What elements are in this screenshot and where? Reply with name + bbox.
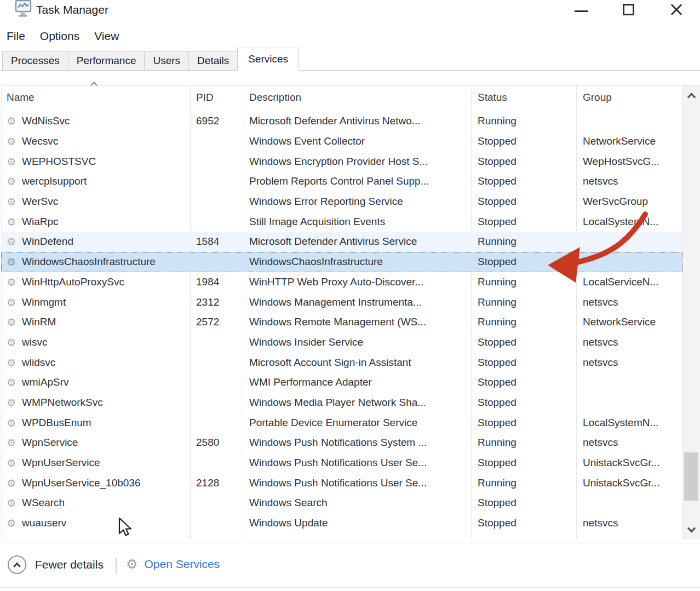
service-group: WerSvcGroup [583,196,648,208]
service-pid: 6952 [196,115,219,127]
column-header-description[interactable]: Description [249,91,301,104]
service-gear-icon: ⚙ [7,156,16,168]
service-description: Portable Device Enumerator Service [249,417,417,429]
service-gear-icon: ⚙ [7,417,16,429]
maximize-icon [623,4,634,15]
service-status: Stopped [478,135,517,147]
service-group: netsvcs [583,175,618,187]
service-row[interactable]: ⚙ wmiApSrv WMI Performance Adapter Stopp… [1,372,682,393]
scroll-down-button[interactable] [683,522,700,537]
service-row[interactable]: ⚙ WinDefend 1584 Microsoft Defender Anti… [1,232,682,252]
service-description: Windows Push Notifications User Se... [249,457,427,469]
service-gear-icon: ⚙ [7,497,16,509]
service-row[interactable]: ⚙ WpnUserService_10b036 2128 Windows Pus… [1,473,682,493]
service-group: netsvcs [583,437,618,449]
service-row[interactable]: ⚙ wuauserv Windows Update Stopped netsvc… [1,513,682,533]
service-gear-icon: ⚙ [7,437,16,449]
service-row[interactable]: ⚙ wlidsvc Microsoft Account Sign-in Assi… [1,352,682,372]
column-header-name[interactable]: Name [7,91,35,104]
service-group: netsvcs [583,517,618,529]
maximize-button[interactable] [616,0,641,19]
service-description: Still Image Acquisition Events [249,216,385,228]
tab[interactable]: Processes [2,51,68,70]
tab[interactable]: Users [144,51,189,70]
service-status: Stopped [478,336,517,348]
service-pid: 2128 [196,477,219,489]
services-table-body: ⚙ WdNisSvc 6952 Microsoft Defender Antiv… [1,111,682,533]
open-services-link[interactable]: ⚙ Open Services [126,556,220,572]
service-group: UnistackSvcGr... [583,457,659,469]
service-row[interactable]: ⚙ WindowsChaosInfrastructure WindowsChao… [1,252,682,272]
service-group: netsvcs [583,336,618,348]
menu-item[interactable]: View [94,30,119,43]
service-row[interactable]: ⚙ WerSvc Windows Error Reporting Service… [1,192,682,212]
service-group: LocalSystemN... [583,216,658,228]
service-group: WepHostSvcG... [583,156,659,168]
tab[interactable]: Performance [68,51,145,70]
service-status: Stopped [478,156,517,168]
fewer-details-button[interactable]: Fewer details [8,555,104,574]
service-row[interactable]: ⚙ WEPHOSTSVC Windows Encryption Provider… [1,151,682,171]
service-status: Stopped [478,196,517,208]
service-status: Stopped [478,417,517,429]
scrollbar-thumb[interactable] [684,452,698,501]
service-name: WEPHOSTSVC [22,156,96,168]
service-description: Windows Event Collector [249,135,365,147]
service-name: wisvc [22,336,47,348]
service-row[interactable]: ⚙ Wecsvc Windows Event Collector Stopped… [1,131,682,152]
service-row[interactable]: ⚙ WpnUserService Windows Push Notificati… [1,453,682,473]
service-name: WSearch [22,497,65,509]
service-group: NetworkService [583,135,656,147]
chevron-up-icon [687,93,696,101]
service-row[interactable]: ⚙ WiaRpc Still Image Acquisition Events … [1,211,682,232]
service-gear-icon: ⚙ [7,336,16,348]
service-description: Windows Management Instrumenta... [249,296,422,308]
service-row[interactable]: ⚙ WSearch Windows Search Stopped [1,493,682,513]
service-pid: 2580 [196,437,219,449]
service-row[interactable]: ⚙ WdNisSvc 6952 Microsoft Defender Antiv… [1,111,682,131]
service-row[interactable]: ⚙ WinHttpAutoProxySvc 1984 WinHTTP Web P… [1,272,682,292]
service-gear-icon: ⚙ [7,357,16,369]
minimize-button[interactable] [569,0,594,19]
services-gear-icon: ⚙ [126,556,138,572]
service-gear-icon: ⚙ [7,397,16,409]
window-bottom-edge [0,587,700,588]
service-row[interactable]: ⚙ WMPNetworkSvc Windows Media Player Net… [1,393,682,413]
service-gear-icon: ⚙ [7,477,16,489]
service-row[interactable]: ⚙ wisvc Windows Insider Service Stopped … [1,332,682,353]
service-row[interactable]: ⚙ Winmgmt 2312 Windows Management Instru… [1,292,682,312]
tab[interactable]: Details [188,51,238,70]
menu-item[interactable]: Options [40,30,79,43]
service-status: Stopped [478,376,517,388]
window-title: Task Manager [36,3,108,16]
service-status: Running [478,477,517,489]
service-row[interactable]: ⚙ WpnService 2580 Windows Push Notificat… [1,433,682,453]
service-name: wuauserv [22,517,66,529]
service-gear-icon: ⚙ [7,276,16,288]
service-name: WinDefend [22,236,73,248]
column-header-group[interactable]: Group [583,91,612,104]
column-header-pid[interactable]: PID [196,91,214,104]
vertical-scrollbar[interactable] [682,85,700,540]
service-name: Wecsvc [22,135,58,147]
service-name: WerSvc [22,196,58,208]
tab[interactable]: Services [237,48,299,71]
service-group: netsvcs [583,296,618,308]
service-row[interactable]: ⚙ wercplsupport Problem Reports Control … [1,171,682,192]
service-description: Windows Search [249,497,328,509]
service-row[interactable]: ⚙ WinRM 2572 Windows Remote Management (… [1,312,682,332]
scroll-up-button[interactable] [683,88,700,103]
footer-bar: Fewer details ⚙ Open Services [0,543,700,587]
menu-item[interactable]: File [7,30,25,43]
title-bar: Task Manager [0,0,700,25]
task-manager-window: Task Manager FileOptionsView ProcessesPe… [0,0,700,591]
service-row[interactable]: ⚙ WPDBusEnum Portable Device Enumerator … [1,412,682,433]
service-status: Running [478,276,517,288]
menu-bar: FileOptionsView [0,25,700,47]
column-header-status[interactable]: Status [478,91,507,104]
close-button[interactable] [664,0,689,19]
service-description: WindowsChaosInfrastructure [249,256,383,268]
service-gear-icon: ⚙ [7,256,16,268]
service-group: NetworkService [583,316,656,328]
service-description: Windows Media Player Network Sha... [249,397,426,409]
